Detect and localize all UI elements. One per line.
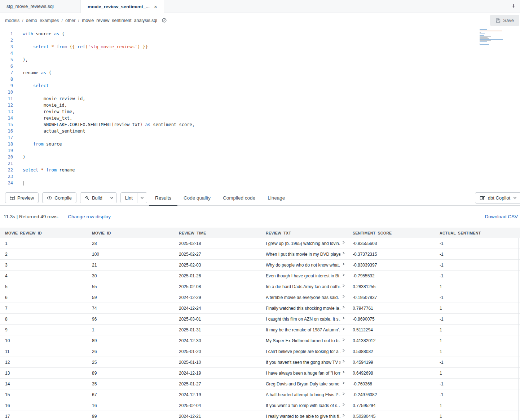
table-row[interactable]: 912025-01-31It may be the remake of 1987… — [0, 325, 520, 335]
expand-row-icon[interactable] — [342, 305, 345, 309]
cell-movie_id: 99 — [87, 411, 174, 420]
table-row[interactable]: 21002025-02-27When I put this movie in m… — [0, 249, 520, 260]
expand-row-icon[interactable] — [342, 295, 345, 298]
editor-gutter: 123456789101112131415161718192021222324 — [0, 31, 13, 186]
cell-actual_sentiment: -1 — [435, 389, 520, 400]
expand-row-icon[interactable] — [342, 273, 345, 277]
save-icon — [495, 18, 501, 23]
cell-sentiment_score: 0.4594199 — [348, 357, 435, 367]
table-row[interactable]: 14352025-01-27Greg Davis and Bryan Daly … — [0, 379, 520, 389]
cell-review_time: 2025-01-27 — [174, 379, 261, 389]
cell-review_time: 2025-01-26 — [174, 271, 261, 281]
expand-row-icon[interactable] — [342, 381, 345, 385]
table-row[interactable]: 10892024-12-30My Super Ex Girlfriend tur… — [0, 335, 520, 346]
cell-movie_review_id: 2 — [0, 249, 87, 259]
code-editor[interactable]: 123456789101112131415161718192021222324 … — [0, 28, 520, 190]
breadcrumb: models / demo_examples / other / movie_r… — [5, 18, 167, 23]
cell-movie_id: 25 — [87, 357, 174, 367]
breadcrumb-item-other[interactable]: other — [65, 18, 76, 23]
change-row-display-link[interactable]: Change row display — [68, 214, 111, 219]
table-row[interactable]: 11262025-01-20I can't believe people are… — [0, 346, 520, 357]
cell-review_txt: It may be the remake of 1987 Autumn'… — [261, 325, 348, 335]
lint-dropdown-button[interactable] — [137, 193, 147, 203]
breadcrumb-item-demo-examples[interactable]: demo_examples — [26, 18, 59, 23]
review-text: When I put this movie in my DVD playe… — [266, 252, 340, 257]
result-panel-tabs: Results Code quality Compiled code Linea… — [149, 190, 291, 205]
table-row[interactable]: 1282025-02-18I grew up (b. 1965) watchin… — [0, 238, 520, 249]
build-dropdown-button[interactable] — [107, 193, 116, 203]
cell-movie_id: 30 — [87, 271, 174, 281]
table-row[interactable]: 17992024-12-21I really wanted to be able… — [0, 411, 520, 420]
table-row[interactable]: 15672024-12-19A half-hearted attempt to … — [0, 389, 520, 400]
cell-review_txt: I grew up (b. 1965) watching and lovin… — [261, 238, 348, 249]
cell-movie_review_id: 12 — [0, 357, 87, 367]
cell-movie_review_id: 4 — [0, 271, 87, 281]
code-line — [23, 180, 477, 186]
minimap[interactable] — [480, 29, 504, 46]
compile-button[interactable]: Compile — [42, 192, 76, 203]
cell-movie_id: 1 — [87, 325, 174, 335]
new-tab-button[interactable]: + — [507, 0, 520, 13]
build-button[interactable]: Build — [80, 193, 107, 203]
code-line: ) — [23, 154, 477, 160]
table-row[interactable]: 7742024-12-24Finally watched this shocki… — [0, 303, 520, 314]
expand-row-icon[interactable] — [342, 403, 345, 406]
copilot-label: dbt Copilot — [488, 195, 510, 201]
table-row[interactable]: 5552025-02-08Im a die hard Dads Army fan… — [0, 281, 520, 292]
line-number: 10 — [0, 89, 13, 95]
tab-lineage[interactable]: Lineage — [261, 190, 291, 205]
tab-results[interactable]: Results — [149, 190, 177, 205]
download-csv-link[interactable]: Download CSV — [485, 214, 518, 219]
editor-tab-bar: stg_movie_reviews.sql movie_review_senti… — [0, 0, 520, 13]
tab-compiled-code[interactable]: Compiled code — [217, 190, 261, 205]
cell-actual_sentiment: 1 — [435, 303, 520, 313]
cell-review_txt: I really wanted to be able to give this … — [261, 411, 348, 420]
expand-row-icon[interactable] — [342, 414, 345, 417]
table-row[interactable]: 4302025-01-26Even though I have great in… — [0, 271, 520, 281]
cell-actual_sentiment: -1 — [435, 379, 520, 389]
cell-sentiment_score: -0.83555603 — [348, 238, 435, 249]
lint-button[interactable]: Lint — [121, 193, 137, 203]
review-text: A terrible movie as everyone has said. … — [266, 295, 340, 300]
expand-row-icon[interactable] — [342, 338, 345, 341]
expand-row-icon[interactable] — [342, 359, 345, 363]
tab-code-quality[interactable]: Code quality — [177, 190, 217, 205]
tab-label: Results — [155, 195, 171, 201]
expand-row-icon[interactable] — [342, 327, 345, 331]
expand-row-icon[interactable] — [342, 284, 345, 287]
editor-code[interactable]: with source as ( select * from {{ ref('s… — [23, 31, 477, 186]
breadcrumb-separator: / — [62, 18, 63, 23]
close-icon[interactable]: × — [154, 4, 157, 9]
review-text: If you want a fun romp with loads of s… — [266, 403, 340, 408]
cell-movie_review_id: 17 — [0, 411, 87, 420]
dbt-copilot-button[interactable]: dbt Copilot — [475, 192, 520, 204]
expand-row-icon[interactable] — [342, 349, 345, 352]
lint-label: Lint — [125, 195, 133, 201]
column-header: REVIEW_TXT — [261, 228, 348, 238]
table-row[interactable]: 6592024-12-29A terrible movie as everyon… — [0, 292, 520, 303]
breadcrumb-bar: models / demo_examples / other / movie_r… — [0, 13, 520, 28]
expand-row-icon[interactable] — [342, 262, 345, 266]
query-status-bar: 11.3s | Returned 49 rows. Change row dis… — [0, 206, 520, 228]
expand-row-icon[interactable] — [342, 392, 345, 396]
table-row[interactable]: 8962025-03-01I caught this film on AZN o… — [0, 314, 520, 325]
table-row[interactable]: 16162025-02-04If you want a fun romp wit… — [0, 400, 520, 411]
expand-row-icon[interactable] — [342, 316, 345, 320]
expand-row-icon[interactable] — [342, 251, 345, 255]
table-row[interactable]: 3212025-02-03Why do people who do not kn… — [0, 260, 520, 271]
save-button[interactable]: Save — [490, 15, 519, 26]
expand-row-icon[interactable] — [342, 370, 345, 374]
cell-actual_sentiment: 1 — [435, 400, 520, 411]
line-number: 1 — [0, 31, 13, 37]
cell-movie_review_id: 9 — [0, 325, 87, 335]
cell-sentiment_score: -0.8690075 — [348, 314, 435, 324]
breadcrumb-item-models[interactable]: models — [5, 18, 19, 23]
column-header: MOVIE_REVIEW_ID — [0, 228, 87, 238]
preview-button[interactable]: Preview — [5, 192, 39, 203]
tab-stg-movie-reviews-sql[interactable]: stg_movie_reviews.sql — [0, 0, 81, 13]
text-cursor — [23, 181, 23, 186]
table-row[interactable]: 13892024-12-19I have always been a huge … — [0, 368, 520, 379]
table-row[interactable]: 12252025-01-10If you haven't seen the go… — [0, 357, 520, 368]
tab-movie-review-sentiment-analysis[interactable]: movie_review_sentiment_... × — [81, 0, 164, 13]
expand-row-icon[interactable] — [342, 241, 345, 244]
